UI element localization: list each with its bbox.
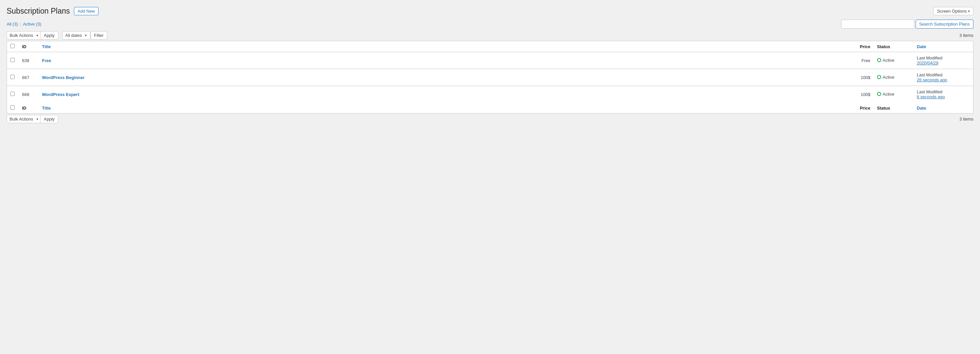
status-active-icon	[877, 58, 881, 62]
status-active-icon	[877, 92, 881, 96]
tf-checkbox	[7, 103, 19, 113]
th-status: Status	[874, 41, 914, 52]
select-all-checkbox-bottom[interactable]	[10, 105, 14, 110]
th-title-link[interactable]: Title	[42, 44, 51, 49]
filter-separator: |	[20, 22, 21, 27]
row-status: Active	[874, 52, 914, 69]
table-row: 668WordPress Expert100$ActiveLast Modifi…	[7, 86, 974, 103]
search-box: Search Subscription Plans	[841, 19, 974, 29]
status-active-icon	[877, 75, 881, 79]
tf-date-link[interactable]: Date	[917, 105, 926, 111]
status-label: Active	[883, 58, 894, 63]
th-date-link[interactable]: Date	[917, 44, 926, 49]
add-new-button[interactable]: Add New	[74, 7, 99, 15]
table-header-row: ID Title Price Status Date	[7, 41, 974, 52]
apply-button-bottom[interactable]: Apply	[40, 115, 58, 123]
filter-button[interactable]: Filter	[91, 31, 108, 40]
date-filter-select[interactable]: All dates	[62, 31, 90, 40]
filter-active-link[interactable]: Active (3)	[23, 22, 41, 27]
row-title-cell: Free	[39, 52, 834, 69]
search-input[interactable]	[841, 19, 914, 29]
page-header-left: Subscription Plans Add New	[6, 6, 99, 16]
tf-date[interactable]: Date	[914, 103, 974, 113]
row-title-link[interactable]: WordPress Beginner	[42, 75, 84, 80]
select-all-checkbox-top[interactable]	[10, 44, 14, 48]
row-price: 100$	[834, 69, 874, 86]
table-footer-row: ID Title Price Status Date	[7, 103, 974, 113]
row-id: 667	[19, 69, 39, 86]
toolbar-top: Bulk Actions ▾ Apply All dates ▾ Filter …	[6, 31, 974, 40]
row-status: Active	[874, 86, 914, 103]
screen-options-label: Screen Options	[937, 9, 967, 14]
date-label: Last Modified	[917, 89, 942, 94]
table-row: 638FreeFreeActiveLast Modified 2020/04/2…	[7, 52, 974, 69]
date-label: Last Modified	[917, 56, 942, 61]
row-id: 668	[19, 86, 39, 103]
date-value-link[interactable]: 26 seconds ago	[917, 77, 948, 82]
bulk-actions-select-bottom[interactable]: Bulk Actions	[6, 115, 42, 123]
filter-links: All (3) | Active (3)	[6, 22, 41, 27]
row-title-cell: WordPress Expert	[39, 86, 834, 103]
page-title: Subscription Plans	[6, 6, 70, 16]
row-checkbox-cell	[7, 52, 19, 69]
page-header: Subscription Plans Add New Screen Option…	[6, 6, 974, 16]
th-title[interactable]: Title	[39, 41, 834, 52]
row-price: Free	[834, 52, 874, 69]
row-id: 638	[19, 52, 39, 69]
bulk-actions-select-top[interactable]: Bulk Actions	[6, 31, 42, 40]
status-label: Active	[883, 75, 894, 80]
row-checkbox-cell	[7, 69, 19, 86]
filter-all-link[interactable]: All (3)	[6, 22, 18, 27]
date-value-link[interactable]: 2020/04/29	[917, 61, 939, 65]
row-checkbox[interactable]	[10, 58, 14, 62]
tf-title[interactable]: Title	[39, 103, 834, 113]
row-title-link[interactable]: Free	[42, 58, 51, 63]
row-checkbox[interactable]	[10, 75, 14, 79]
tf-id: ID	[19, 103, 39, 113]
row-checkbox-cell	[7, 86, 19, 103]
date-label: Last Modified	[917, 72, 942, 77]
tf-price: Price	[834, 103, 874, 113]
subscription-plans-table: ID Title Price Status Date 638FreeFreeAc…	[6, 41, 974, 113]
row-date-cell: Last Modified 6 seconds ago	[914, 86, 974, 103]
row-checkbox[interactable]	[10, 92, 14, 96]
th-price: Price	[834, 41, 874, 52]
tf-title-link[interactable]: Title	[42, 105, 51, 111]
screen-options-button[interactable]: Screen Options ▾	[933, 7, 974, 15]
chevron-down-icon: ▾	[968, 9, 970, 13]
row-title-link[interactable]: WordPress Expert	[42, 92, 79, 97]
toolbar-bottom: Bulk Actions ▾ Apply 3 items	[6, 115, 974, 123]
date-value-link[interactable]: 6 seconds ago	[917, 94, 945, 99]
items-count-top: 3 items	[959, 33, 974, 38]
filter-row-top: All (3) | Active (3) Search Subscription…	[6, 19, 974, 29]
table-row: 667WordPress Beginner100$ActiveLast Modi…	[7, 69, 974, 86]
row-date-cell: Last Modified 2020/04/29	[914, 52, 974, 69]
items-count-bottom: 3 items	[959, 116, 974, 121]
row-title-cell: WordPress Beginner	[39, 69, 834, 86]
th-id: ID	[19, 41, 39, 52]
search-button[interactable]: Search Subscription Plans	[916, 19, 974, 29]
th-checkbox	[7, 41, 19, 52]
row-status: Active	[874, 69, 914, 86]
row-date-cell: Last Modified 26 seconds ago	[914, 69, 974, 86]
status-label: Active	[883, 92, 894, 97]
row-price: 100$	[834, 86, 874, 103]
tf-status: Status	[874, 103, 914, 113]
th-date[interactable]: Date	[914, 41, 974, 52]
apply-button-top[interactable]: Apply	[40, 31, 58, 40]
